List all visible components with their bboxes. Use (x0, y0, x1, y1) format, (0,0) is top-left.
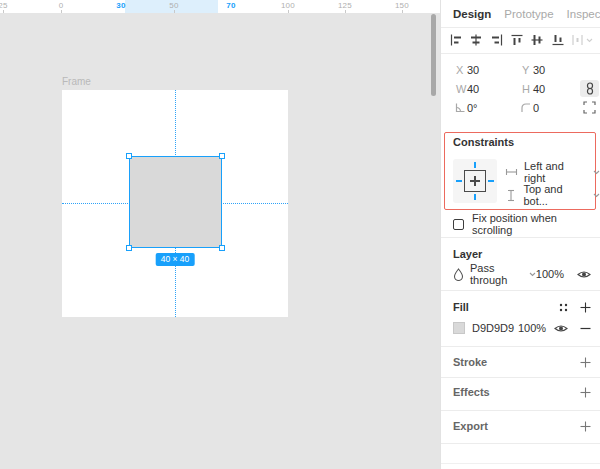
y-label: Y (522, 64, 533, 76)
fill-color-swatch[interactable] (453, 322, 465, 334)
ruler-label: 100 (281, 1, 295, 10)
divider (441, 443, 600, 444)
fix-position-label: Fix position when scrolling (472, 212, 600, 236)
stroke-section: Stroke (453, 354, 591, 370)
ruler-label: 0 (59, 1, 64, 10)
align-right-icon[interactable] (490, 33, 504, 47)
resize-handle-top-right[interactable] (219, 153, 225, 159)
horizontal-constraint-dropdown[interactable]: Left and right (505, 164, 600, 180)
effects-section: Effects (453, 384, 591, 400)
fill-row: D9D9D9 100% (453, 320, 591, 336)
divider (441, 377, 600, 378)
frame-title[interactable]: Frame (62, 76, 91, 87)
layer-row: Pass through 100% (453, 266, 591, 282)
fill-header-row: Fill (453, 300, 591, 314)
ruler-tick (402, 10, 403, 13)
styles-icon[interactable] (558, 302, 569, 313)
ruler-tick (345, 10, 346, 13)
export-section-title: Export (453, 420, 488, 432)
remove-fill-icon[interactable] (580, 323, 591, 334)
fix-position-checkbox[interactable] (453, 219, 464, 230)
chevron-down-icon (593, 193, 600, 198)
align-top-icon[interactable] (510, 33, 524, 47)
height-field[interactable]: H 40 (522, 82, 545, 96)
width-field[interactable]: W 40 (456, 82, 479, 96)
resize-handle-bottom-left[interactable] (126, 245, 132, 251)
tab-prototype[interactable]: Prototype (504, 8, 553, 20)
corner-radius-icon (520, 102, 533, 114)
resize-handle-top-left[interactable] (126, 153, 132, 159)
divider (441, 53, 600, 54)
fill-opacity-value[interactable]: 100% (518, 322, 546, 334)
blend-mode-dropdown[interactable]: Pass through (470, 262, 524, 286)
chevron-down-icon[interactable] (529, 272, 536, 277)
corner-radius-field[interactable]: 0 (520, 101, 539, 115)
canvas-scrollbar[interactable] (431, 14, 436, 96)
constraint-left-tick[interactable] (456, 180, 462, 182)
export-section: Export (453, 418, 591, 434)
align-bottom-icon[interactable] (551, 33, 565, 47)
constraints-plus-icon (470, 180, 480, 182)
ruler-label: 25 (0, 1, 8, 10)
x-position-field[interactable]: X 30 (456, 63, 479, 77)
x-label: X (456, 64, 467, 76)
ruler-label: 50 (169, 1, 179, 10)
properties-panel: Design Prototype Inspect (440, 0, 600, 469)
width-value[interactable]: 40 (467, 83, 479, 95)
align-left-icon[interactable] (449, 33, 463, 47)
width-label: W (456, 83, 467, 95)
vertical-constraint-icon (505, 189, 517, 202)
ruler-label-selection-start: 30 (116, 1, 126, 10)
canvas[interactable]: 25 0 30 50 70 100 125 150 Frame (0, 0, 440, 469)
layer-opacity-value[interactable]: 100% (536, 268, 564, 280)
add-stroke-icon[interactable] (580, 357, 591, 368)
height-value[interactable]: 40 (533, 83, 545, 95)
eye-icon[interactable] (554, 323, 568, 334)
constraint-bottom-tick[interactable] (474, 194, 476, 200)
selection-size-badge: 40 × 40 (156, 253, 195, 266)
distribute-spacing-icon[interactable] (571, 33, 593, 47)
corner-radius-value[interactable]: 0 (533, 102, 539, 114)
effects-section-title: Effects (453, 386, 490, 398)
ruler-label-selection-end: 70 (226, 1, 236, 10)
tab-design[interactable]: Design (453, 8, 491, 20)
x-value[interactable]: 30 (467, 64, 479, 76)
selected-rectangle[interactable] (129, 156, 222, 248)
tab-inspect[interactable]: Inspect (567, 8, 600, 20)
rotation-value[interactable]: 0° (467, 102, 478, 114)
ruler-label: 150 (395, 1, 409, 10)
independent-corners-icon[interactable] (582, 100, 597, 115)
alignment-toolbar (441, 27, 600, 53)
add-export-icon[interactable] (580, 421, 591, 432)
constraint-right-tick[interactable] (488, 180, 494, 182)
divider (441, 463, 600, 464)
add-fill-icon[interactable] (580, 302, 591, 313)
align-horizontal-centers-icon[interactable] (469, 33, 483, 47)
y-position-field[interactable]: Y 30 (522, 63, 545, 77)
height-label: H (522, 83, 533, 95)
ruler-tick (288, 10, 289, 13)
vertical-constraint-dropdown[interactable]: Top and bot... (505, 187, 600, 203)
divider (441, 410, 600, 411)
eye-icon[interactable] (577, 269, 591, 280)
fill-hex-value[interactable]: D9D9D9 (472, 322, 518, 334)
frame[interactable]: 40 × 40 (62, 90, 288, 317)
rotation-field[interactable]: 0° (454, 101, 478, 115)
constraints-title: Constraints (453, 136, 514, 148)
constraint-top-tick[interactable] (474, 162, 476, 168)
angle-icon (454, 102, 467, 114)
y-value[interactable]: 30 (533, 64, 545, 76)
horizontal-ruler: 25 0 30 50 70 100 125 150 (0, 0, 440, 13)
constraints-widget[interactable] (453, 159, 497, 203)
horizontal-constraint-value: Left and right (524, 160, 587, 184)
resize-handle-bottom-right[interactable] (219, 245, 225, 251)
ruler-tick (61, 10, 62, 13)
divider (441, 346, 600, 347)
add-effect-icon[interactable] (580, 387, 591, 398)
ruler-tick (174, 10, 175, 13)
fill-section-title: Fill (453, 301, 469, 313)
align-vertical-centers-icon[interactable] (530, 33, 544, 47)
divider (441, 237, 600, 238)
chevron-down-icon (593, 170, 600, 175)
constrain-proportions-icon[interactable] (580, 80, 599, 97)
